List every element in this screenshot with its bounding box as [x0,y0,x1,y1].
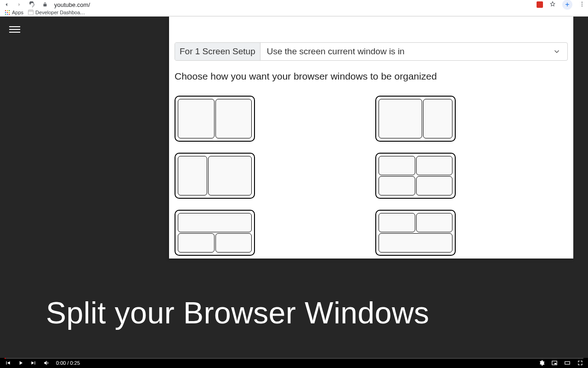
video-stage: For 1 Screen Setup Use the screen curren… [0,17,588,358]
settings-gear-icon[interactable] [538,360,545,366]
layout-pane [379,99,422,138]
extension-popup: For 1 Screen Setup Use the screen curren… [169,17,573,259]
player-time: 0:00 / 0:25 [56,360,80,366]
lock-icon [41,1,49,8]
chrome-store-icon [28,10,34,15]
layout-pane [416,176,453,196]
screen-setup-row: For 1 Screen Setup Use the screen curren… [175,42,568,61]
apps-icon [5,10,10,15]
bookmark-dev-dashboard[interactable]: Developer Dashboa… [28,10,85,15]
kebab-menu-icon[interactable] [579,1,585,9]
star-icon[interactable] [549,1,556,9]
layout-quad[interactable] [375,153,456,199]
extension-icon[interactable] [537,1,543,8]
layout-split-top-bottom[interactable] [375,210,456,256]
address-bar-host[interactable]: youtube.com/ [54,1,90,8]
layout-60-40[interactable] [375,96,456,142]
new-tab-button[interactable]: + [562,0,572,10]
miniplayer-icon[interactable] [551,360,558,366]
layout-top-split-bottom[interactable] [175,210,255,256]
progress-bar[interactable] [5,358,583,359]
layout-pane [178,213,252,232]
forward-icon [16,1,23,8]
screen-setup-label: For 1 Screen Setup [175,43,260,60]
layout-pane [379,176,415,196]
layout-options [175,96,568,256]
layout-40-60[interactable] [175,153,255,199]
choose-layout-text: Choose how you want your browser windows… [175,71,568,82]
svg-rect-4 [554,363,556,364]
chevron-down-icon [553,47,561,56]
layout-pane [215,233,252,253]
layout-pane [178,99,215,138]
next-icon[interactable] [30,360,37,366]
time-current: 0:00 [56,360,66,366]
layout-pane [379,233,452,253]
back-icon[interactable] [3,1,10,8]
layout-pane [178,156,207,196]
layout-pane [423,99,452,138]
volume-icon[interactable] [43,360,50,366]
bookmark-apps[interactable]: Apps [5,10,23,15]
bookmark-apps-label: Apps [12,10,23,15]
layout-50-50[interactable] [175,96,255,142]
layout-pane [208,156,252,196]
screen-setup-select[interactable]: Use the screen current window is in [260,43,567,60]
bookmark-dev-dashboard-label: Developer Dashboa… [35,10,85,15]
svg-rect-5 [565,362,570,364]
svg-point-0 [582,1,582,2]
svg-point-1 [582,3,582,4]
previous-icon[interactable] [5,360,11,366]
layout-pane [379,213,415,232]
video-player-bar: 0:00 / 0:25 [0,358,588,368]
hamburger-menu-icon[interactable] [9,24,20,35]
promo-headline: Split your Browser Windows [46,295,430,330]
layout-pane [416,213,453,232]
reload-icon[interactable] [28,1,36,8]
theater-mode-icon[interactable] [564,360,571,366]
layout-pane [379,156,415,175]
svg-point-2 [582,6,582,6]
layout-pane [215,99,252,138]
browser-chrome-top: youtube.com/ + Apps Developer Dashboa… [0,0,588,17]
screen-setup-select-value: Use the screen current window is in [267,46,405,57]
time-sep: / [66,360,70,366]
play-icon[interactable] [17,360,24,366]
layout-pane [416,156,453,175]
time-total: 0:25 [70,360,80,366]
fullscreen-icon[interactable] [577,360,583,366]
layout-pane [178,233,215,253]
